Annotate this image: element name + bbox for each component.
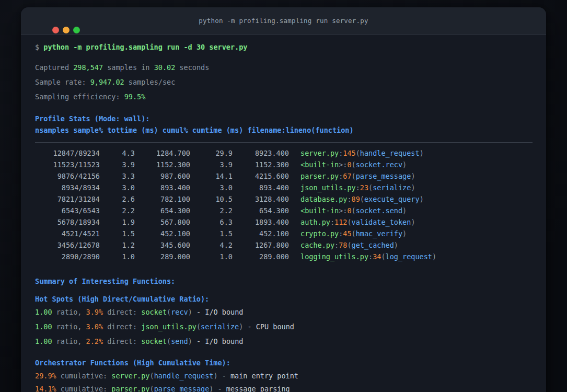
table-row: 11523/115233.91152.3003.91152.300<built-… (35, 159, 533, 170)
cell-cumtime: 1893.400 (233, 216, 289, 228)
cumulative-pct: 14.1% (35, 385, 56, 392)
method-name: parse_message (154, 385, 210, 392)
paren-close: ) (411, 218, 415, 226)
terminal-output: $ python -m profiling.sampling run -d 30… (21, 34, 546, 392)
file-name: logging_utils.py (300, 252, 368, 261)
line-number: 45 (343, 229, 351, 238)
note-text: - I/O bound (196, 337, 243, 345)
method-name: recv (171, 308, 188, 316)
cell-cumul-pct: 4.2 (190, 239, 233, 251)
paren-close: ) (420, 195, 424, 203)
line-number: 34 (373, 252, 381, 261)
cell-nsamples: 3456/12678 (35, 239, 100, 251)
cell-tottime: 289.000 (135, 251, 190, 262)
cell-cumul-pct: 29.9 (190, 147, 233, 159)
line-number: 23 (360, 183, 368, 192)
paren-open: ( (352, 160, 356, 169)
table-row: 2890/28901.0289.0001.0289.000logging_uti… (35, 251, 533, 262)
samples-in-label: samples in (107, 63, 149, 72)
terminal-window: python -m profiling.sampling run server.… (21, 7, 546, 392)
captured-line: Captured 298,547 samples in 30.02 second… (35, 60, 533, 75)
function-name: handle_request (360, 149, 420, 157)
paren-open: ( (149, 385, 154, 392)
cell-tottime: 987.600 (135, 170, 190, 182)
separator: : (347, 195, 351, 203)
separator: >: (339, 206, 347, 215)
method-name: serialize (201, 322, 239, 331)
ratio-label: ratio, (56, 337, 82, 345)
cell-cumtime: 893.400 (233, 182, 289, 193)
cell-nsamples: 8934/8934 (35, 182, 100, 193)
cell-sample-pct: 4.3 (100, 147, 135, 159)
table-row: 4521/45211.5452.1001.5452.100crypto.py:4… (35, 228, 533, 239)
hot-spots-heading: Hot Spots (High Direct/Cumulative Ratio)… (35, 293, 533, 305)
direct-pct: 2.2% (86, 337, 103, 345)
direct-label: direct: (107, 337, 137, 345)
line-number: 0 (347, 160, 351, 169)
cell-cumul-pct: 6.3 (190, 216, 233, 228)
file-name: <built-in (300, 206, 339, 215)
paren-open: ( (149, 372, 154, 380)
paren-open: ( (352, 206, 356, 215)
target-name: json_utils.py (141, 322, 196, 331)
hot-spot-item: 1.00 ratio, 3.9% direct: socket(recv) - … (35, 305, 533, 319)
separator: : (368, 252, 373, 261)
cell-tottime: 1152.300 (135, 159, 190, 170)
paren-close: ) (213, 372, 217, 380)
table-row: 12847/892344.31284.70029.98923.400server… (35, 147, 533, 159)
line-number: 78 (339, 241, 347, 249)
note-text: - main entry point (222, 372, 298, 380)
cell-sample-pct: 1.0 (100, 251, 135, 262)
separator: >: (339, 160, 347, 169)
paren-open: ( (368, 183, 373, 192)
line-number: 145 (343, 149, 355, 157)
note-text: - I/O bound (196, 308, 243, 316)
maximize-button[interactable] (73, 27, 80, 33)
separator: : (330, 218, 334, 226)
function-name: validate_token (352, 218, 411, 226)
summary-heading: Summary of Interesting Functions: (35, 275, 533, 287)
cell-function-ref: server.py:145(handle_request) (289, 147, 533, 159)
file-name: cache.py (300, 241, 334, 249)
command-line: $ python -m profiling.sampling run -d 30… (35, 41, 533, 53)
line-number: 89 (352, 195, 360, 203)
target-name: server.py (111, 372, 149, 380)
traffic-light-buttons (52, 27, 80, 33)
window-title: python -m profiling.sampling run server.… (199, 17, 368, 25)
table-divider (35, 142, 533, 143)
cell-sample-pct: 2.2 (100, 205, 135, 216)
cell-tottime: 893.400 (135, 182, 190, 193)
cell-nsamples: 5678/18934 (35, 216, 100, 228)
close-button[interactable] (52, 27, 59, 33)
orchestrator-list: 29.9% cumulative: server.py(handle_reque… (35, 370, 533, 392)
line-number: 0 (347, 206, 351, 215)
line-number: 67 (343, 172, 351, 180)
hot-spot-item: 1.00 ratio, 3.0% direct: json_utils.py(s… (35, 319, 533, 334)
paren-open: ( (196, 322, 201, 331)
cell-cumul-pct: 3.9 (190, 159, 233, 170)
paren-close: ) (411, 183, 415, 192)
orchestrator-item: 14.1% cumulative: parser.py(parse_messag… (35, 383, 533, 392)
method-name: send (171, 337, 188, 345)
paren-open: ( (167, 337, 171, 345)
cell-tottime: 452.100 (135, 228, 190, 239)
cell-function-ref: auth.py:112(validate_token) (289, 216, 533, 228)
cell-nsamples: 6543/6543 (35, 205, 100, 216)
table-row: 9876/421563.3987.60014.14215.600parser.p… (35, 170, 533, 182)
samples-count: 298,547 (73, 63, 103, 72)
table-row: 8934/89343.0893.4003.0893.400json_utils.… (35, 182, 533, 193)
table-columns-header: nsamples sample% tottime (ms) cumul% cum… (35, 124, 533, 136)
cell-cumul-pct: 1.0 (190, 251, 233, 262)
rate-label: Sample rate: (35, 78, 86, 86)
paren-open: ( (356, 149, 360, 157)
paren-open: ( (352, 229, 356, 238)
shell-prompt: $ (35, 43, 39, 51)
minimize-button[interactable] (63, 27, 70, 33)
cell-sample-pct: 1.5 (100, 228, 135, 239)
function-name: serialize (373, 183, 411, 192)
captured-label: Captured (35, 63, 69, 72)
cell-tottime: 782.100 (135, 193, 190, 205)
window-titlebar: python -m profiling.sampling run server.… (21, 7, 546, 34)
cell-tottime: 654.300 (135, 205, 190, 216)
cell-nsamples: 7821/31284 (35, 193, 100, 205)
